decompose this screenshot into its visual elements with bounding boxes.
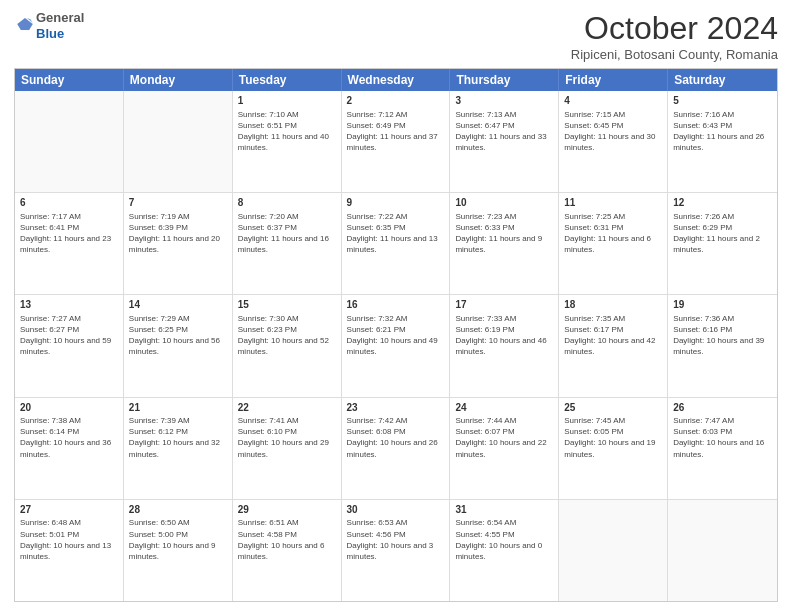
cell-info: Sunrise: 7:16 AMSunset: 6:43 PMDaylight:… — [673, 109, 772, 154]
cal-cell: 31Sunrise: 6:54 AMSunset: 4:55 PMDayligh… — [450, 500, 559, 601]
cell-info: Sunrise: 7:10 AMSunset: 6:51 PMDaylight:… — [238, 109, 336, 154]
cal-cell: 20Sunrise: 7:38 AMSunset: 6:14 PMDayligh… — [15, 398, 124, 499]
cal-header-day: Saturday — [668, 69, 777, 91]
cell-info: Sunrise: 7:44 AMSunset: 6:07 PMDaylight:… — [455, 415, 553, 460]
cal-cell: 22Sunrise: 7:41 AMSunset: 6:10 PMDayligh… — [233, 398, 342, 499]
location: Ripiceni, Botosani County, Romania — [571, 47, 778, 62]
logo-text: General Blue — [36, 10, 84, 41]
cell-info: Sunrise: 7:12 AMSunset: 6:49 PMDaylight:… — [347, 109, 445, 154]
cal-header-day: Thursday — [450, 69, 559, 91]
cell-info: Sunrise: 6:51 AMSunset: 4:58 PMDaylight:… — [238, 517, 336, 562]
cal-header-day: Friday — [559, 69, 668, 91]
cell-info: Sunrise: 6:53 AMSunset: 4:56 PMDaylight:… — [347, 517, 445, 562]
logo-icon — [16, 15, 34, 33]
cell-day-number: 12 — [673, 196, 772, 210]
month-title: October 2024 — [571, 10, 778, 47]
calendar: SundayMondayTuesdayWednesdayThursdayFrid… — [14, 68, 778, 602]
cell-info: Sunrise: 7:45 AMSunset: 6:05 PMDaylight:… — [564, 415, 662, 460]
cell-info: Sunrise: 7:25 AMSunset: 6:31 PMDaylight:… — [564, 211, 662, 256]
cal-cell: 28Sunrise: 6:50 AMSunset: 5:00 PMDayligh… — [124, 500, 233, 601]
title-area: October 2024 Ripiceni, Botosani County, … — [571, 10, 778, 62]
cal-cell: 26Sunrise: 7:47 AMSunset: 6:03 PMDayligh… — [668, 398, 777, 499]
cal-cell: 13Sunrise: 7:27 AMSunset: 6:27 PMDayligh… — [15, 295, 124, 396]
cell-day-number: 6 — [20, 196, 118, 210]
cal-cell: 11Sunrise: 7:25 AMSunset: 6:31 PMDayligh… — [559, 193, 668, 294]
cell-info: Sunrise: 7:19 AMSunset: 6:39 PMDaylight:… — [129, 211, 227, 256]
cell-day-number: 18 — [564, 298, 662, 312]
cell-info: Sunrise: 7:17 AMSunset: 6:41 PMDaylight:… — [20, 211, 118, 256]
cell-day-number: 26 — [673, 401, 772, 415]
cell-info: Sunrise: 7:33 AMSunset: 6:19 PMDaylight:… — [455, 313, 553, 358]
cell-day-number: 30 — [347, 503, 445, 517]
cal-row: 1Sunrise: 7:10 AMSunset: 6:51 PMDaylight… — [15, 91, 777, 193]
cell-day-number: 3 — [455, 94, 553, 108]
page: General Blue October 2024 Ripiceni, Boto… — [0, 0, 792, 612]
cal-row: 13Sunrise: 7:27 AMSunset: 6:27 PMDayligh… — [15, 295, 777, 397]
cell-day-number: 8 — [238, 196, 336, 210]
cal-cell: 2Sunrise: 7:12 AMSunset: 6:49 PMDaylight… — [342, 91, 451, 192]
cal-cell: 4Sunrise: 7:15 AMSunset: 6:45 PMDaylight… — [559, 91, 668, 192]
cell-day-number: 24 — [455, 401, 553, 415]
cell-info: Sunrise: 7:36 AMSunset: 6:16 PMDaylight:… — [673, 313, 772, 358]
cal-cell: 10Sunrise: 7:23 AMSunset: 6:33 PMDayligh… — [450, 193, 559, 294]
cell-day-number: 2 — [347, 94, 445, 108]
cal-cell: 5Sunrise: 7:16 AMSunset: 6:43 PMDaylight… — [668, 91, 777, 192]
cell-day-number: 14 — [129, 298, 227, 312]
logo: General Blue — [14, 10, 84, 41]
cell-day-number: 9 — [347, 196, 445, 210]
cell-day-number: 15 — [238, 298, 336, 312]
cal-cell: 23Sunrise: 7:42 AMSunset: 6:08 PMDayligh… — [342, 398, 451, 499]
cal-cell: 9Sunrise: 7:22 AMSunset: 6:35 PMDaylight… — [342, 193, 451, 294]
cal-row: 27Sunrise: 6:48 AMSunset: 5:01 PMDayligh… — [15, 500, 777, 601]
cal-cell: 18Sunrise: 7:35 AMSunset: 6:17 PMDayligh… — [559, 295, 668, 396]
calendar-header: SundayMondayTuesdayWednesdayThursdayFrid… — [15, 69, 777, 91]
cell-info: Sunrise: 7:42 AMSunset: 6:08 PMDaylight:… — [347, 415, 445, 460]
cal-cell: 21Sunrise: 7:39 AMSunset: 6:12 PMDayligh… — [124, 398, 233, 499]
cell-info: Sunrise: 7:39 AMSunset: 6:12 PMDaylight:… — [129, 415, 227, 460]
cal-cell: 7Sunrise: 7:19 AMSunset: 6:39 PMDaylight… — [124, 193, 233, 294]
cell-info: Sunrise: 7:38 AMSunset: 6:14 PMDaylight:… — [20, 415, 118, 460]
cell-info: Sunrise: 7:20 AMSunset: 6:37 PMDaylight:… — [238, 211, 336, 256]
cal-cell — [559, 500, 668, 601]
cell-info: Sunrise: 6:50 AMSunset: 5:00 PMDaylight:… — [129, 517, 227, 562]
cell-day-number: 11 — [564, 196, 662, 210]
cal-header-day: Tuesday — [233, 69, 342, 91]
cell-day-number: 21 — [129, 401, 227, 415]
cell-day-number: 22 — [238, 401, 336, 415]
cell-day-number: 25 — [564, 401, 662, 415]
cell-info: Sunrise: 7:27 AMSunset: 6:27 PMDaylight:… — [20, 313, 118, 358]
cell-day-number: 17 — [455, 298, 553, 312]
header: General Blue October 2024 Ripiceni, Boto… — [14, 10, 778, 62]
cell-info: Sunrise: 7:35 AMSunset: 6:17 PMDaylight:… — [564, 313, 662, 358]
cal-cell: 30Sunrise: 6:53 AMSunset: 4:56 PMDayligh… — [342, 500, 451, 601]
cell-info: Sunrise: 7:32 AMSunset: 6:21 PMDaylight:… — [347, 313, 445, 358]
cell-info: Sunrise: 7:26 AMSunset: 6:29 PMDaylight:… — [673, 211, 772, 256]
cell-day-number: 10 — [455, 196, 553, 210]
cal-header-day: Monday — [124, 69, 233, 91]
cal-cell: 17Sunrise: 7:33 AMSunset: 6:19 PMDayligh… — [450, 295, 559, 396]
cal-cell: 14Sunrise: 7:29 AMSunset: 6:25 PMDayligh… — [124, 295, 233, 396]
cal-cell: 8Sunrise: 7:20 AMSunset: 6:37 PMDaylight… — [233, 193, 342, 294]
cell-day-number: 13 — [20, 298, 118, 312]
cell-info: Sunrise: 7:23 AMSunset: 6:33 PMDaylight:… — [455, 211, 553, 256]
cell-day-number: 19 — [673, 298, 772, 312]
cal-row: 20Sunrise: 7:38 AMSunset: 6:14 PMDayligh… — [15, 398, 777, 500]
cal-cell: 29Sunrise: 6:51 AMSunset: 4:58 PMDayligh… — [233, 500, 342, 601]
cal-cell: 12Sunrise: 7:26 AMSunset: 6:29 PMDayligh… — [668, 193, 777, 294]
cell-info: Sunrise: 7:15 AMSunset: 6:45 PMDaylight:… — [564, 109, 662, 154]
cal-cell: 1Sunrise: 7:10 AMSunset: 6:51 PMDaylight… — [233, 91, 342, 192]
cell-day-number: 28 — [129, 503, 227, 517]
cal-cell: 24Sunrise: 7:44 AMSunset: 6:07 PMDayligh… — [450, 398, 559, 499]
cal-cell: 25Sunrise: 7:45 AMSunset: 6:05 PMDayligh… — [559, 398, 668, 499]
cell-day-number: 7 — [129, 196, 227, 210]
cell-day-number: 16 — [347, 298, 445, 312]
cal-header-day: Sunday — [15, 69, 124, 91]
cal-row: 6Sunrise: 7:17 AMSunset: 6:41 PMDaylight… — [15, 193, 777, 295]
cal-header-day: Wednesday — [342, 69, 451, 91]
cal-cell: 16Sunrise: 7:32 AMSunset: 6:21 PMDayligh… — [342, 295, 451, 396]
cell-info: Sunrise: 7:47 AMSunset: 6:03 PMDaylight:… — [673, 415, 772, 460]
calendar-body: 1Sunrise: 7:10 AMSunset: 6:51 PMDaylight… — [15, 91, 777, 601]
cell-day-number: 5 — [673, 94, 772, 108]
cell-day-number: 29 — [238, 503, 336, 517]
logo-general: General — [36, 10, 84, 26]
